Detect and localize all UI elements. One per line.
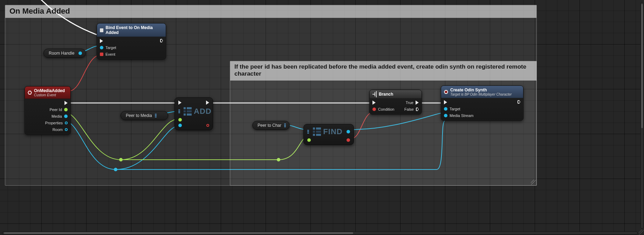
exec-out-pin[interactable] [206,101,209,105]
branch-icon [372,92,377,96]
output-pin[interactable] [78,51,82,55]
node-title-text: Bind Event to On Media Added [105,25,162,35]
scrollbar-thumb[interactable] [4,232,353,234]
node-map-find[interactable]: FIND [303,124,354,145]
pin-label: True [406,101,413,105]
map-icon [284,124,286,127]
pin-value-out[interactable] [347,130,350,133]
pin-false[interactable]: False [404,107,419,111]
variable-peer-to-char[interactable]: Peer to Char [252,121,290,130]
viewport-resize-grip[interactable] [639,230,644,235]
node-label: ADD [194,107,212,116]
pin-true[interactable]: True [406,101,419,105]
pin-key-in[interactable] [178,118,182,122]
comment-inner-title[interactable]: If the peer id has been replicated befor… [230,61,536,81]
variable-label: Peer to Media [126,113,152,118]
exec-out-pin[interactable] [160,39,163,42]
variable-label: Room Handle [49,51,74,56]
pin-bool-out[interactable] [347,138,350,142]
vertical-scrollbar[interactable] [640,2,644,229]
pin-media[interactable]: Media [52,114,68,118]
node-subtitle: Target is BP Odin Multiplayer Character [450,92,512,96]
pin-properties[interactable]: Properties [45,121,68,125]
exec-out-pin[interactable] [518,100,520,104]
node-title: Branch [370,90,422,98]
node-title-text: OnMediaAdded [34,88,65,93]
node-title: OnMediaAdded Custom Event [25,87,70,99]
pin-room[interactable]: Room [53,127,68,132]
pin-target[interactable]: Target [444,107,473,111]
node-create-odin-synth[interactable]: Create Odin Synth Target is BP Odin Mult… [441,85,523,121]
pin-label: Media Stream [450,113,473,118]
comment-title[interactable]: On Media Added [5,5,536,18]
pin-label: Properties [45,121,63,125]
node-title: Bind Event to On Media Added [97,23,166,37]
node-on-media-added[interactable]: OnMediaAdded Custom Event Peer Id Media … [25,86,71,135]
pin-value-in[interactable] [178,124,182,127]
pin-label: Peer Id [50,108,62,112]
resize-grip[interactable] [531,180,536,185]
pin-label: False [404,107,414,111]
pin-label: Target [105,46,116,50]
pin-peer-id[interactable]: Peer Id [50,108,68,112]
horizontal-scrollbar[interactable] [2,231,638,235]
node-title-text: Create Odin Synth [450,88,512,92]
pin-map-in[interactable] [307,130,309,133]
function-icon [444,90,448,94]
pin-media-stream[interactable]: Media Stream [444,113,473,118]
pin-label: Condition [378,107,394,111]
map-icon [155,114,157,117]
pin-target[interactable]: Target [100,46,116,50]
function-icon [100,28,103,32]
pin-event[interactable]: Event [100,52,116,56]
pin-key-in[interactable] [307,138,311,142]
pin-label: Room [53,127,63,132]
node-bind-event[interactable]: Bind Event to On Media Added Target Even… [97,23,166,60]
map-graphic-icon [184,107,192,116]
map-graphic-icon [313,127,321,136]
exec-out-pin[interactable] [64,101,68,105]
pin-label: Media [52,114,62,118]
variable-peer-to-media[interactable]: Peer to Media [121,111,168,120]
node-label: FIND [323,127,342,136]
exec-in-pin[interactable] [444,100,473,104]
pin-bool-out[interactable] [206,124,209,127]
pin-label: Target [450,107,460,111]
exec-in-pin[interactable] [100,39,116,43]
scrollbar-thumb[interactable] [641,4,643,128]
node-title-text: Branch [379,92,393,97]
exec-in-pin[interactable] [372,101,394,105]
variable-label: Peer to Char [258,123,281,128]
variable-room-handle[interactable]: Room Handle [43,49,86,58]
pin-map-in[interactable] [178,110,180,113]
node-title: Create Odin Synth Target is BP Odin Mult… [441,86,523,98]
pin-label: Event [105,52,115,56]
node-map-add[interactable]: ADD [174,97,213,130]
exec-in-pin[interactable] [178,101,181,105]
node-subtitle: Custom Event [34,93,65,97]
pin-condition[interactable]: Condition [372,107,394,111]
node-branch[interactable]: Branch Condition True False [369,90,422,115]
event-icon [28,91,32,95]
